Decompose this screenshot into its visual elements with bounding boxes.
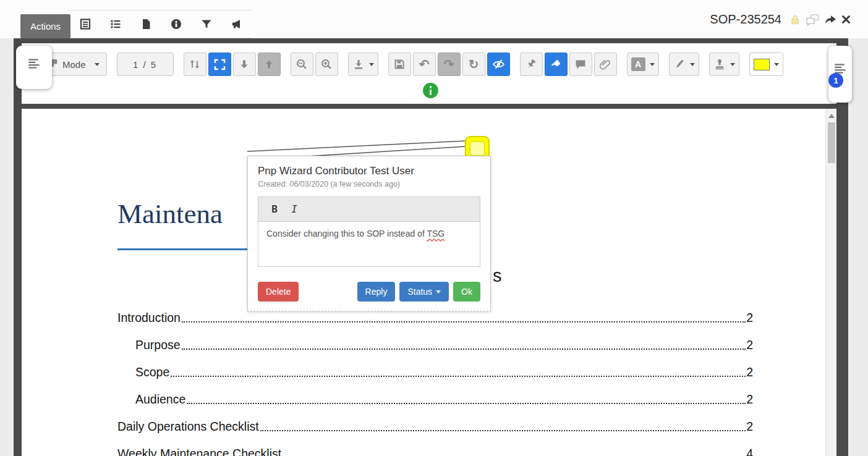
scrollbar-thumb[interactable] — [828, 122, 835, 163]
mode-label: Mode — [62, 59, 86, 70]
undo-icon: ↶ — [419, 58, 430, 70]
select-hand-button[interactable]: ☚ — [545, 53, 568, 76]
toc-leader-dots — [260, 430, 746, 431]
chevron-down-icon — [650, 63, 655, 66]
toggle-annotations-button[interactable] — [487, 53, 510, 76]
file-icon — [140, 18, 152, 30]
arrow-up-icon — [263, 58, 275, 70]
panel-lines-icon — [27, 57, 41, 69]
status-dropdown[interactable]: Status — [399, 282, 449, 302]
ok-button[interactable]: Ok — [453, 282, 480, 302]
pencil-icon — [673, 58, 686, 70]
pin-annotation-button[interactable] — [520, 53, 543, 76]
toc-label: Purpose — [135, 336, 181, 353]
toc-row: Daily Operations Checklist 2 — [117, 418, 753, 435]
info-icon — [170, 18, 182, 30]
reply-button[interactable]: Reply — [357, 282, 396, 302]
tab-announcements[interactable] — [222, 10, 252, 38]
annotation-count-badge[interactable]: 1 — [828, 73, 843, 88]
comment-created-timestamp: Created: 06/03/2020 (a few seconds ago) — [258, 180, 480, 188]
share-icon[interactable] — [824, 14, 837, 25]
comment-popup: Pnp Wizard Contributor Test User Created… — [247, 156, 491, 311]
highlight-color-swatch — [754, 59, 770, 70]
pin-icon — [525, 58, 537, 70]
toc-label: Introduction — [117, 309, 181, 326]
hand-pointer-icon: ☚ — [548, 57, 563, 72]
info-dot — [430, 86, 432, 88]
eye-slash-icon — [492, 58, 505, 70]
add-comment-button[interactable] — [569, 53, 592, 76]
scrollbar-up-arrow[interactable] — [828, 114, 835, 118]
filter-icon — [200, 18, 213, 30]
list-icon — [109, 18, 122, 30]
contents-heading-fragment: s — [493, 266, 502, 286]
fit-height-button[interactable] — [184, 53, 206, 76]
toc-page-number: 2 — [746, 418, 753, 435]
comments-bubble-icon[interactable] — [806, 14, 820, 26]
comment-text-input[interactable]: Consider changing this to SOP instead of… — [258, 222, 480, 266]
document-scrollbar[interactable] — [825, 109, 836, 456]
toc-page-number: 2 — [746, 336, 753, 353]
info-hint-icon[interactable] — [423, 83, 438, 98]
toc-page-number: 2 — [746, 309, 753, 326]
toc-row: Weekly Maintenance Checklist 4 — [117, 445, 753, 456]
toc-row: Purpose 2 — [117, 336, 753, 353]
tab-details[interactable] — [70, 10, 100, 38]
toc-page-number: 2 — [746, 391, 753, 408]
undo-button[interactable]: ↶ — [413, 53, 436, 76]
up-down-arrows-icon — [189, 58, 201, 70]
download-dropdown[interactable] — [348, 53, 378, 76]
zoom-in-button[interactable] — [315, 53, 338, 76]
viewer-toolbar: Mode 1 / 5 — [38, 53, 785, 76]
draw-dropdown[interactable] — [669, 53, 699, 76]
viewer-frame: Mode 1 / 5 — [14, 38, 848, 456]
page-indicator[interactable]: 1 / 5 — [117, 53, 174, 76]
toc-leader-dots — [182, 321, 746, 323]
prev-page-button[interactable] — [258, 53, 281, 76]
redo-button[interactable]: ↷ — [438, 53, 461, 76]
save-button[interactable] — [388, 53, 411, 76]
fullscreen-button[interactable] — [208, 53, 231, 76]
highlight-color-dropdown[interactable] — [749, 53, 783, 76]
chevron-down-icon — [690, 63, 695, 66]
toc-leader-dots — [187, 403, 746, 404]
next-page-button[interactable] — [233, 53, 256, 76]
bold-button[interactable]: B — [267, 201, 282, 218]
left-panel-toggle[interactable] — [16, 46, 52, 89]
toc-label: Daily Operations Checklist — [117, 418, 259, 435]
download-icon — [352, 58, 365, 70]
redo-icon: ↷ — [444, 58, 454, 70]
stamp-dropdown[interactable] — [709, 53, 739, 76]
toc-page-number: 4 — [746, 445, 753, 456]
toc-label: Audience — [135, 391, 185, 408]
magnifier-plus-icon — [320, 58, 333, 70]
refresh-button[interactable]: ↻ — [462, 53, 485, 76]
tab-filter[interactable] — [192, 10, 221, 38]
tab-list[interactable] — [101, 10, 130, 38]
zoom-out-button[interactable] — [291, 53, 313, 76]
chevron-down-icon — [774, 63, 779, 66]
actions-button[interactable]: Actions — [20, 14, 70, 38]
toc-row: Audience 2 — [117, 391, 753, 408]
delete-button[interactable]: Delete — [258, 282, 299, 302]
comment-popup-footer: Delete Reply Status Ok — [258, 282, 480, 302]
tab-info[interactable] — [161, 10, 191, 38]
top-ribbon: Actions — [0, 0, 868, 38]
attachment-button[interactable] — [594, 53, 617, 76]
tab-document[interactable] — [131, 10, 161, 38]
panel-lines-icon — [833, 62, 848, 74]
announcement-icon — [231, 18, 243, 30]
toc-leader-dots — [182, 348, 746, 350]
close-icon[interactable] — [841, 15, 851, 24]
italic-button[interactable]: I — [287, 201, 302, 218]
expand-icon — [214, 59, 226, 70]
chevron-down-icon — [436, 290, 441, 293]
comment-bubble-icon — [574, 58, 587, 70]
annotation-note-marker-inner — [469, 141, 485, 156]
chevron-down-icon — [369, 63, 374, 66]
document-id: SOP-235254 — [710, 12, 781, 27]
text-style-dropdown[interactable]: A — [627, 53, 659, 76]
chevron-down-icon — [95, 63, 100, 66]
viewer-chrome: Mode 1 / 5 — [22, 43, 836, 104]
paperclip-icon — [599, 58, 611, 70]
